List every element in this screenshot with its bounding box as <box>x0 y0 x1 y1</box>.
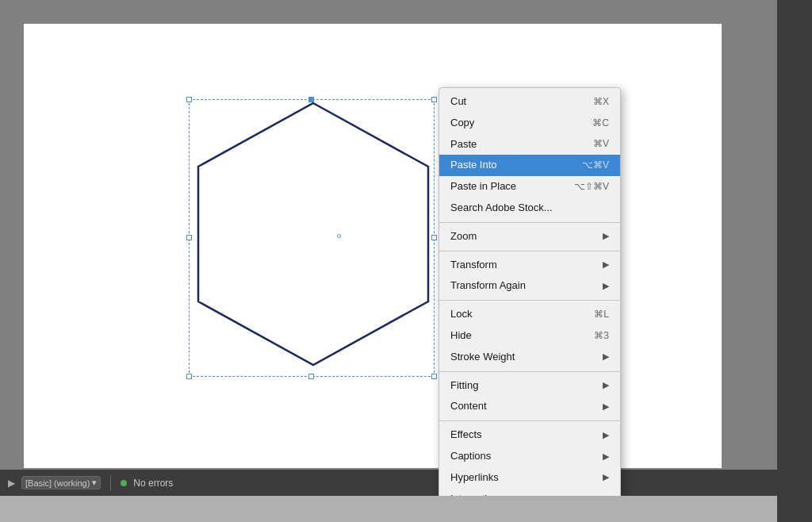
menu-item-shortcut-lock: ⌘L <box>594 307 609 322</box>
menu-item-captions[interactable]: Captions▶ <box>439 446 620 467</box>
menu-separator-after-transform-again <box>439 300 620 301</box>
menu-item-label-captions: Captions <box>450 448 603 465</box>
menu-item-label-content: Content <box>450 398 603 415</box>
menu-item-shortcut-hide: ⌘3 <box>594 328 609 344</box>
menu-item-effects[interactable]: Effects▶ <box>439 424 620 446</box>
menu-item-hyperlinks[interactable]: Hyperlinks▶ <box>439 467 620 489</box>
menu-item-label-hyperlinks: Hyperlinks <box>450 470 603 486</box>
menu-separator-after-search-adobe-stock <box>439 222 620 223</box>
hexagon-shape <box>190 95 436 375</box>
menu-separator <box>439 251 620 251</box>
menu-item-transform[interactable]: Transform▶ <box>439 255 620 276</box>
menu-item-arrow-effects: ▶ <box>603 428 609 443</box>
menu-item-arrow-transform-again: ▶ <box>603 279 609 294</box>
menu-item-stroke-weight[interactable]: Stroke Weight▶ <box>439 347 620 368</box>
menu-item-label-paste: Paste <box>450 136 593 153</box>
profile-dropdown[interactable]: [Basic] (working) ▾ <box>21 476 101 489</box>
status-dot <box>121 480 127 486</box>
menu-item-zoom[interactable]: Zoom▶ <box>439 226 620 248</box>
menu-item-interactive[interactable]: Interactive▶ <box>439 489 620 496</box>
menu-item-shortcut-paste-in-place: ⌥⇧⌘V <box>574 179 609 194</box>
canvas-area: Cut⌘XCopy⌘CPaste⌘VPaste Into⌥⌘VPaste in … <box>0 0 777 496</box>
menu-item-label-effects: Effects <box>450 427 603 443</box>
menu-item-arrow-fitting: ▶ <box>603 378 609 393</box>
menu-item-fitting[interactable]: Fitting▶ <box>439 375 620 397</box>
menu-separator-after-content <box>439 420 620 421</box>
menu-item-label-paste-into: Paste Into <box>450 157 582 174</box>
menu-item-label-paste-in-place: Paste in Place <box>450 178 574 195</box>
menu-item-arrow-zoom: ▶ <box>603 229 609 244</box>
divider-1 <box>110 475 111 491</box>
menu-item-search-adobe-stock[interactable]: Search Adobe Stock... <box>439 198 620 219</box>
menu-item-shortcut-cut: ⌘X <box>593 94 609 109</box>
profile-chevron: ▾ <box>92 478 97 488</box>
menu-item-arrow-transform: ▶ <box>603 258 609 272</box>
menu-item-arrow-stroke-weight: ▶ <box>603 350 609 364</box>
menu-item-shortcut-copy: ⌘C <box>592 116 609 131</box>
menu-item-label-zoom: Zoom <box>450 228 603 245</box>
menu-item-label-cut: Cut <box>450 94 593 110</box>
menu-item-cut[interactable]: Cut⌘X <box>439 91 620 113</box>
context-menu: Cut⌘XCopy⌘CPaste⌘VPaste Into⌥⌘VPaste in … <box>439 87 621 496</box>
menu-item-label-interactive: Interactive <box>450 491 603 496</box>
menu-item-label-search-adobe-stock: Search Adobe Stock... <box>450 200 609 217</box>
menu-item-label-lock: Lock <box>450 306 594 323</box>
menu-item-shortcut-paste-into: ⌥⌘V <box>582 158 609 173</box>
menu-separator-after-stroke-weight <box>439 371 620 372</box>
svg-marker-0 <box>198 103 428 365</box>
menu-item-shortcut-paste: ⌘V <box>593 136 609 152</box>
menu-item-paste-into[interactable]: Paste Into⌥⌘V <box>439 155 620 176</box>
right-panel <box>777 0 812 522</box>
menu-item-paste[interactable]: Paste⌘V <box>439 134 620 155</box>
menu-item-arrow-interactive: ▶ <box>603 492 609 496</box>
menu-item-label-copy: Copy <box>450 115 592 132</box>
menu-item-arrow-hyperlinks: ▶ <box>603 470 609 485</box>
status-text: No errors <box>133 478 173 489</box>
menu-item-label-stroke-weight: Stroke Weight <box>450 349 603 366</box>
menu-item-paste-in-place[interactable]: Paste in Place⌥⇧⌘V <box>439 176 620 198</box>
menu-item-label-transform-again: Transform Again <box>450 278 603 294</box>
profile-label: [Basic] (working) <box>25 478 90 488</box>
bottom-bar: ▶ [Basic] (working) ▾ No errors <box>0 470 777 496</box>
menu-item-content[interactable]: Content▶ <box>439 396 620 417</box>
menu-item-lock[interactable]: Lock⌘L <box>439 304 620 325</box>
menu-item-transform-again[interactable]: Transform Again▶ <box>439 275 620 297</box>
menu-item-hide[interactable]: Hide⌘3 <box>439 325 620 347</box>
menu-item-copy[interactable]: Copy⌘C <box>439 113 620 134</box>
menu-item-arrow-captions: ▶ <box>603 450 609 464</box>
menu-item-label-hide: Hide <box>450 328 594 344</box>
menu-item-arrow-content: ▶ <box>603 400 609 414</box>
menu-item-label-fitting: Fitting <box>450 378 603 394</box>
page-icon: ▶ <box>8 478 15 489</box>
menu-item-label-transform: Transform <box>450 257 603 274</box>
center-point <box>337 234 341 238</box>
